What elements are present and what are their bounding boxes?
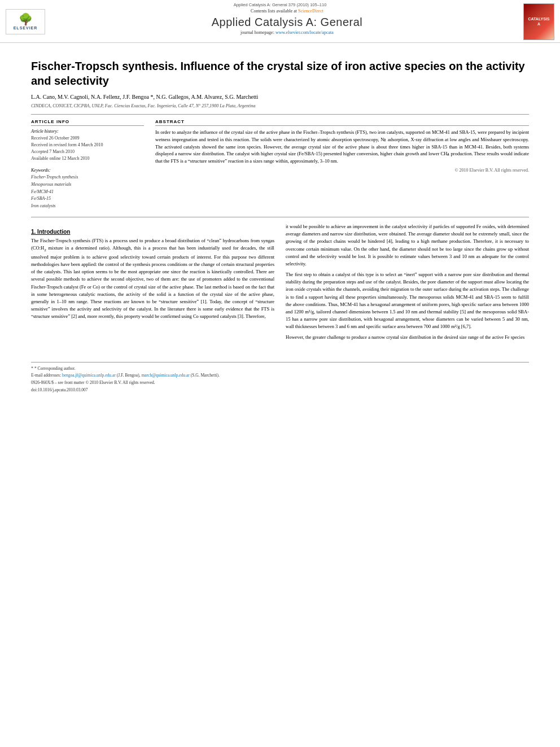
body-paragraph-4: However, the greater challenge to produc… [286,334,529,341]
elsevier-tree-icon: 🌳 [19,14,33,25]
doi-line: doi:10.1016/j.apcata.2010.03.007 [31,387,529,393]
email-line: E-mail addresses: bengoa.jf@quimica.unlp… [31,372,529,378]
contents-line: Contents lists available at ScienceDirec… [51,8,523,14]
elsevier-logo-box: 🌳 ELSEVIER [6,9,45,34]
keyword-5: Iron catalysts [31,203,144,210]
article-info-abstract-section: ARTICLE INFO Article history: Received 2… [31,119,529,210]
divider-1 [31,114,529,115]
homepage-url[interactable]: www.elsevier.com/locate/apcata [275,30,334,35]
journal-title: Applied Catalysis A: General [51,16,523,29]
article-title: Fischer-Tropsch synthesis. Influence of … [31,59,529,88]
authors-line: L.A. Cano, M.V. Cagnoli, N.A. Fellenz, J… [31,93,529,101]
body-paragraph-2: it would be possible to achieve an impro… [286,223,529,268]
email-1-name: (J.F. Bengoa), [117,373,141,378]
elsevier-logo: 🌳 ELSEVIER [6,9,51,34]
email-1-link[interactable]: bengoa.jf@quimica.unlp.edu.ar [62,373,116,378]
keyword-4: Fe/SBA-15 [31,195,144,203]
copyright-line: © 2010 Elsevier B.V. All rights reserved… [155,168,529,173]
body-paragraph-1: The Fischer-Tropsch synthesis (FTS) is a… [31,237,274,320]
abstract-text: In order to analyze the influence of the… [155,129,529,165]
email-2-link[interactable]: march@quimica.unlp.edu.ar [141,373,189,378]
article-history-label: Article history: [31,129,144,134]
body-right-column: it would be possible to achieve an impro… [286,223,529,345]
keywords-list: Fischer-Tropsch synthesis Mesoporous mat… [31,174,144,210]
contents-text: Contents lists available at [251,8,297,14]
corresponding-author-text: * Corresponding author. [34,366,76,371]
email-2-name: (S.G. Marchetti). [191,373,220,378]
available-online-line: Available online 12 March 2010 [31,155,144,162]
page-footer: * * Corresponding author. E-mail address… [31,362,529,394]
cover-text: CATALYSISA [528,17,550,27]
keyword-1: Fischer-Tropsch synthesis [31,174,144,181]
abstract-column: ABSTRACT In order to analyze the influen… [155,119,529,210]
keyword-3: Fe/MCM-41 [31,189,144,196]
keyword-2: Mesoporous materials [31,181,144,189]
sciencedirect-link[interactable]: ScienceDirect [298,8,323,14]
main-content: Fischer-Tropsch synthesis. Influence of … [0,43,560,356]
corresponding-author-note: * * Corresponding author. [31,365,529,372]
journal-issue: Applied Catalysis A: General 379 (2010) … [234,2,327,7]
divider-2 [31,217,529,217]
accepted-line: Accepted 7 March 2010 [31,148,144,155]
journal-homepage-line: journal homepage: www.elsevier.com/locat… [51,30,523,35]
article-info-column: ARTICLE INFO Article history: Received 2… [31,119,144,210]
received-line: Received 26 October 2009 [31,135,144,142]
email-label: E-mail addresses: [31,373,61,378]
body-paragraph-3: The first step to obtain a catalyst of t… [286,271,529,330]
affiliation-line: CINDECA, CONICET, CICPBA, UNLP, Fac. Cie… [31,103,529,108]
section1-heading: 1. Introduction [31,229,274,235]
body-left-column: 1. Introduction The Fischer-Tropsch synt… [31,223,274,345]
keywords-label: Keywords: [31,168,144,173]
journal-header: 🌳 ELSEVIER Applied Catalysis A: General … [0,0,560,43]
received-revised-line: Received in revised form 4 March 2010 [31,142,144,148]
body-content: 1. Introduction The Fischer-Tropsch synt… [31,223,529,345]
asterisk-icon: * [31,366,33,371]
issn-line: 0926-860X/$ – see front matter © 2010 El… [31,379,529,386]
homepage-text: journal homepage: [240,30,275,35]
journal-header-center: Applied Catalysis A: General 379 (2010) … [51,8,523,35]
journal-cover-image: CATALYSISA [523,3,554,40]
elsevier-text: ELSEVIER [14,26,38,30]
abstract-label: ABSTRACT [155,119,529,126]
article-info-label: ARTICLE INFO [31,119,144,126]
